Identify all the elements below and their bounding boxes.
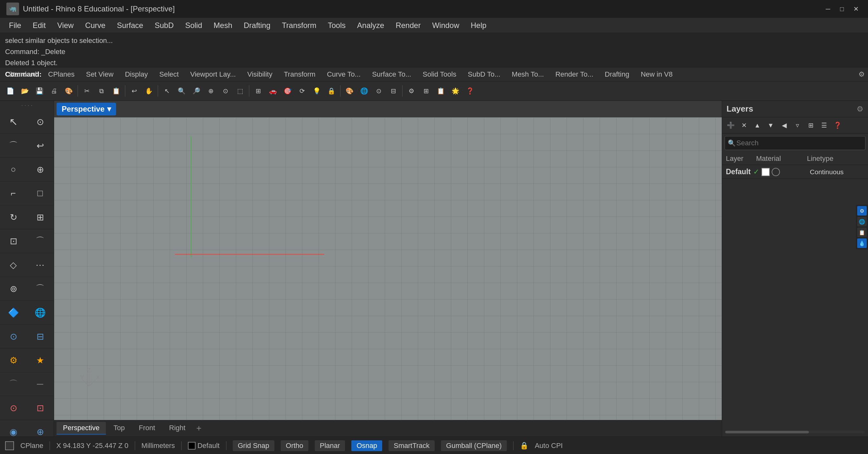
right-edge-btn-1[interactable]: ⚙ — [857, 206, 867, 216]
tb-cut[interactable]: ✂ — [80, 84, 94, 98]
tb-grid2[interactable]: ⊟ — [386, 84, 400, 98]
ortho-btn[interactable]: Ortho — [281, 440, 308, 451]
tool-orange2[interactable]: ⊡ — [27, 396, 54, 420]
tb-new[interactable]: 📄 — [3, 84, 17, 98]
tool-star[interactable]: ★ — [27, 349, 54, 372]
tool-curve2[interactable]: ↩ — [27, 134, 54, 157]
menu-drafting[interactable]: Drafting — [238, 19, 276, 32]
menu-transform[interactable]: Transform — [276, 19, 322, 32]
tb-extents[interactable]: ⬚ — [233, 84, 247, 98]
menu-surface[interactable]: Surface — [111, 19, 149, 32]
tool-rect[interactable]: □ — [27, 182, 54, 205]
tab-drafting[interactable]: Drafting — [600, 69, 634, 80]
tab-visibility[interactable]: Visibility — [242, 69, 278, 80]
tb-help[interactable]: ❓ — [463, 84, 477, 98]
tool-line[interactable]: ⌐ — [0, 182, 27, 205]
tool-cylinder[interactable]: ⊙ — [0, 325, 27, 348]
menu-view[interactable]: View — [52, 19, 80, 32]
tool-curve1[interactable]: ⌒ — [0, 134, 27, 157]
menu-file[interactable]: File — [3, 19, 27, 32]
layer-down-btn[interactable]: ▼ — [765, 119, 777, 131]
vp-tab-top[interactable]: Top — [107, 422, 131, 434]
tb-print[interactable]: 🖨 — [47, 84, 61, 98]
tb-zoom2[interactable]: ⊕ — [204, 84, 218, 98]
tab-display[interactable]: Display — [120, 69, 153, 80]
tb-lock[interactable]: 🔒 — [324, 84, 338, 98]
tb-sun[interactable]: 🌟 — [448, 84, 462, 98]
tab-mesh-to[interactable]: Mesh To... — [507, 69, 549, 80]
tb-target[interactable]: 🎯 — [280, 84, 294, 98]
tool-curve3[interactable]: ⌒ — [27, 229, 54, 253]
tab-solid-tools[interactable]: Solid Tools — [417, 69, 461, 80]
tb-pan[interactable]: 🔍 — [175, 84, 189, 98]
tb-paste[interactable]: 📋 — [109, 84, 123, 98]
tab-standard[interactable]: Standard — [3, 69, 42, 80]
tb-light[interactable]: 💡 — [310, 84, 324, 98]
close-button[interactable]: ✕ — [850, 3, 862, 14]
layers-scrollbar[interactable] — [725, 431, 865, 433]
tab-transform[interactable]: Transform — [279, 69, 320, 80]
tool-rotate[interactable]: ↻ — [0, 205, 27, 229]
tb-render[interactable]: 🎨 — [62, 84, 76, 98]
tool-grid[interactable]: ⊞ — [27, 205, 54, 229]
menu-analyze[interactable]: Analyze — [351, 19, 390, 32]
viewport-label[interactable]: Perspective ▾ — [57, 103, 116, 115]
tool-orange1[interactable]: ⊙ — [0, 396, 27, 420]
tool-blue2[interactable]: ⊕ — [27, 420, 54, 436]
tab-surface-to[interactable]: Surface To... — [367, 69, 416, 80]
layers-scrollbar-thumb[interactable] — [725, 431, 809, 433]
tb-copy[interactable]: ⧉ — [94, 84, 108, 98]
gumball-btn[interactable]: Gumball (CPlane) — [441, 440, 507, 451]
layer-visible-default[interactable]: ✓ — [751, 168, 762, 176]
tool-gear-btn[interactable]: ⚙ — [0, 349, 27, 372]
layers-search-input[interactable] — [724, 136, 865, 150]
osnap-btn[interactable]: Osnap — [351, 440, 382, 451]
tool-blue1[interactable]: ◉ — [0, 420, 27, 436]
tool-arc[interactable]: ⊕ — [27, 158, 54, 181]
material-circle[interactable] — [772, 168, 780, 176]
menu-tools[interactable]: Tools — [322, 19, 351, 32]
menu-solid[interactable]: Solid — [179, 19, 208, 32]
vp-tab-front[interactable]: Front — [132, 422, 161, 434]
tool-point[interactable]: ⊙ — [27, 110, 54, 133]
smarttrack-btn[interactable]: SmartTrack — [389, 440, 435, 451]
viewport-canvas[interactable]: Y X Z — [54, 117, 722, 420]
tab-render-to[interactable]: Render To... — [550, 69, 598, 80]
right-edge-btn-2[interactable]: 🌐 — [857, 217, 867, 226]
vp-tab-add[interactable]: + — [193, 423, 205, 433]
tb-earth[interactable]: 🌐 — [357, 84, 371, 98]
grid-snap-btn[interactable]: Grid Snap — [233, 440, 274, 451]
tb-redo[interactable]: ✋ — [142, 84, 156, 98]
tool-select-arrow[interactable]: ↖ — [0, 110, 27, 133]
layer-name-status[interactable]: Default — [197, 442, 220, 450]
material-color-swatch[interactable] — [762, 168, 770, 176]
tb-save[interactable]: 💾 — [32, 84, 46, 98]
tool-arc2[interactable]: ⌒ — [27, 277, 54, 300]
tab-curve-to[interactable]: Curve To... — [322, 69, 366, 80]
layer-grid-btn[interactable]: ⊞ — [805, 119, 817, 131]
tool-sphere-btn[interactable]: 🌐 — [27, 301, 54, 324]
tb-viewport-grid[interactable]: ⊞ — [251, 84, 265, 98]
vp-tab-perspective[interactable]: Perspective — [57, 422, 106, 434]
layer-color-box[interactable] — [188, 442, 195, 450]
tb-zoom3[interactable]: ⊙ — [218, 84, 232, 98]
menu-help[interactable]: Help — [465, 19, 492, 32]
tab-new-v8[interactable]: New in V8 — [636, 69, 678, 80]
tb-car[interactable]: 🚗 — [266, 84, 280, 98]
tool-circle2[interactable]: ⊚ — [0, 277, 27, 300]
tool-box[interactable]: 🔷 — [0, 301, 27, 324]
right-edge-btn-3[interactable]: 📋 — [857, 228, 867, 237]
layer-list-btn[interactable]: ☰ — [818, 119, 830, 131]
tb-select[interactable]: ↖ — [160, 84, 174, 98]
layer-delete-btn[interactable]: ✕ — [738, 119, 750, 131]
tool-curve4[interactable]: ⌒ — [0, 372, 27, 396]
cplane-checkbox[interactable] — [5, 441, 14, 450]
tool-line2[interactable]: ─ — [27, 372, 54, 396]
tb-gear[interactable]: ⚙ — [404, 84, 418, 98]
menu-render[interactable]: Render — [390, 19, 426, 32]
layer-up-btn[interactable]: ▲ — [751, 119, 764, 131]
minimize-button[interactable]: ─ — [822, 3, 834, 14]
tb-props[interactable]: 📋 — [434, 84, 448, 98]
tool-torus[interactable]: ⊟ — [27, 325, 54, 348]
tab-select[interactable]: Select — [154, 69, 184, 80]
